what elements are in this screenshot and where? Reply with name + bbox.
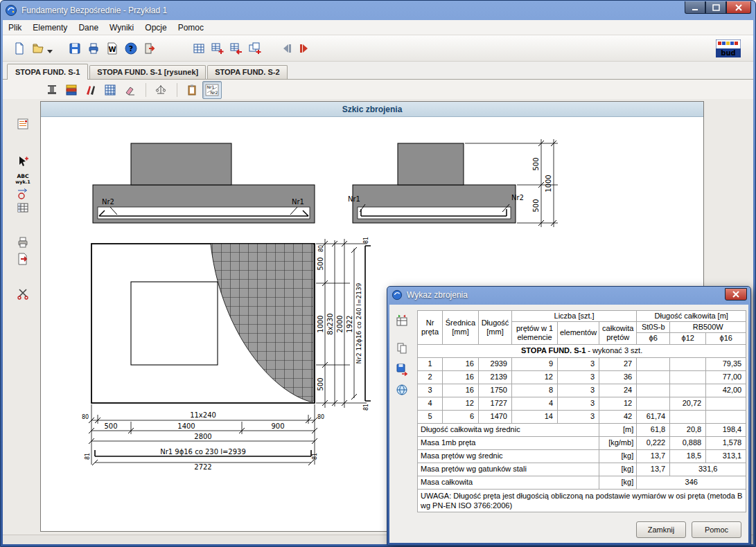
layers-icon[interactable] [62, 82, 80, 98]
tools-icon[interactable] [12, 285, 33, 303]
open-file-icon[interactable] [28, 39, 47, 57]
table-icon[interactable] [12, 199, 33, 217]
summary-unit: [kg/mb] [599, 436, 637, 449]
menu-wyniki[interactable]: Wyniki [104, 20, 139, 35]
add-element-icon[interactable] [208, 39, 227, 57]
dimension-label: 500 [532, 157, 540, 170]
separator [177, 83, 177, 97]
help-icon[interactable]: ? [121, 39, 140, 57]
cell [670, 357, 706, 370]
window-title: Fundamenty Bezpośrednie - Przykład 1 [21, 6, 167, 15]
dimension-label: 500 [317, 257, 324, 270]
dimension-label: 80 [82, 414, 89, 420]
summary-row: Masa 1mb pręta[kg/mb]0,2220,8881,578 [418, 436, 746, 449]
cell [670, 370, 706, 384]
dimension-label: 81 [85, 453, 91, 460]
cell: 3 [558, 410, 599, 423]
header-row: Nr pręta Średnica [mm] Długość [mm] Licz… [418, 311, 746, 322]
cell: 18,5 [670, 449, 706, 463]
pointer-add-icon[interactable] [12, 153, 33, 171]
mesh-icon[interactable] [101, 82, 119, 98]
grid-icon[interactable] [189, 39, 208, 57]
cell: 61,8 [637, 423, 670, 436]
header-cell: ϕ6 [637, 333, 670, 344]
summary-row: Masa prętów wg gatunków stali[kg]13,7331… [418, 463, 746, 476]
section-name: STOPA FUND. S-1 [521, 346, 586, 355]
dimension-label: 2000 [336, 315, 344, 332]
maximize-button[interactable] [705, 1, 726, 14]
dimension-label: 80 [317, 414, 324, 420]
export-word-icon[interactable]: W [103, 39, 121, 57]
menu-plik[interactable]: Plik [3, 20, 27, 35]
nr2-glyph: Nr2 [211, 90, 218, 95]
header-cell: Średnica [mm] [443, 311, 479, 345]
cell: 27 [599, 357, 637, 370]
print-icon[interactable] [84, 39, 103, 57]
undo-icon[interactable] [276, 39, 295, 57]
tab-stopa-fund-s2[interactable]: STOPA FUND. S-2 [207, 65, 287, 79]
cell: 9 [512, 357, 558, 370]
cell [670, 410, 706, 423]
globe-icon[interactable] [393, 381, 411, 399]
word-glyph: W [108, 46, 116, 53]
menu-pomoc[interactable]: Pomoc [173, 20, 209, 35]
minimize-button[interactable] [685, 1, 705, 14]
report-icon[interactable] [12, 115, 33, 133]
dimension-label: Nr1 9ϕ16 co 230 l=2939 [160, 448, 246, 456]
side-toolbar: ABCwyk.1 [3, 99, 39, 535]
save-export-icon[interactable] [393, 360, 411, 378]
dimension-label: 500 [317, 377, 324, 391]
zamknij-button[interactable]: Zamknij [636, 521, 686, 538]
redo-icon[interactable] [295, 39, 314, 57]
eraser-icon[interactable] [121, 82, 139, 98]
cell: 313,1 [706, 449, 746, 463]
print-side-icon[interactable] [12, 233, 33, 251]
close-button[interactable] [726, 1, 751, 14]
pomoc-button[interactable]: Pomoc [692, 521, 741, 538]
press-icon[interactable] [43, 82, 61, 98]
cell: 3 [418, 384, 443, 397]
tab-stopa-fund-s1[interactable]: STOPA FUND. S-1 [7, 64, 88, 80]
dimension-label: Nr2 [102, 198, 114, 206]
dialog-body: Nr pręta Średnica [mm] Długość [mm] Licz… [389, 305, 748, 543]
table-options-icon[interactable] [393, 312, 411, 330]
cell: 42,00 [706, 384, 746, 397]
cell: 6 [443, 410, 479, 423]
cell: 16 [443, 384, 479, 397]
clipboard-icon[interactable] [183, 82, 201, 98]
copy-element-icon[interactable] [245, 39, 264, 57]
dialog-titlebar[interactable]: Wykaz zbrojenia [387, 287, 750, 303]
cell: 79,35 [706, 357, 746, 370]
exit-icon[interactable] [140, 39, 159, 57]
dialog-buttons: Zamknij Pomoc [636, 521, 741, 538]
table-row: 5614701434261,74 [418, 410, 746, 423]
menu-dane[interactable]: Dane [73, 20, 104, 35]
total-mass: 346 [637, 476, 746, 489]
cell: 8 [512, 384, 558, 397]
cell: 2139 [479, 370, 512, 384]
remove-element-icon[interactable] [227, 39, 245, 57]
cell [637, 397, 670, 410]
menu-opcje[interactable]: Opcje [139, 20, 172, 35]
dimension-label: 1000 [545, 174, 552, 192]
cell: 0,888 [670, 436, 706, 449]
open-file-dropdown-icon[interactable] [47, 50, 53, 53]
export-doc-icon[interactable] [12, 250, 33, 268]
save-icon[interactable] [65, 39, 84, 57]
tab-stopa-fund-s1-rysunek[interactable]: STOPA FUND. S-1 [rysunek] [89, 65, 206, 79]
summary-label: Masa całkowita [418, 476, 599, 489]
new-file-icon[interactable] [10, 39, 28, 57]
cell: 1727 [479, 397, 512, 410]
cell: 20,72 [670, 397, 706, 410]
titlebar[interactable]: Fundamenty Bezpośrednie - Przykład 1 [1, 1, 755, 19]
scale-icon[interactable] [152, 82, 170, 98]
dimension-label: 81 [363, 404, 369, 411]
dialog-close-button[interactable] [725, 288, 747, 301]
cell: 13,7 [637, 463, 670, 476]
rebar-numbers-toggle[interactable]: Nr1Nr2 [202, 81, 222, 99]
cell: 61,74 [637, 410, 670, 423]
copy-icon[interactable] [393, 339, 411, 357]
menu-elementy[interactable]: Elementy [27, 20, 73, 35]
summary-unit: [kg] [599, 476, 637, 489]
pens-icon[interactable] [82, 82, 100, 98]
